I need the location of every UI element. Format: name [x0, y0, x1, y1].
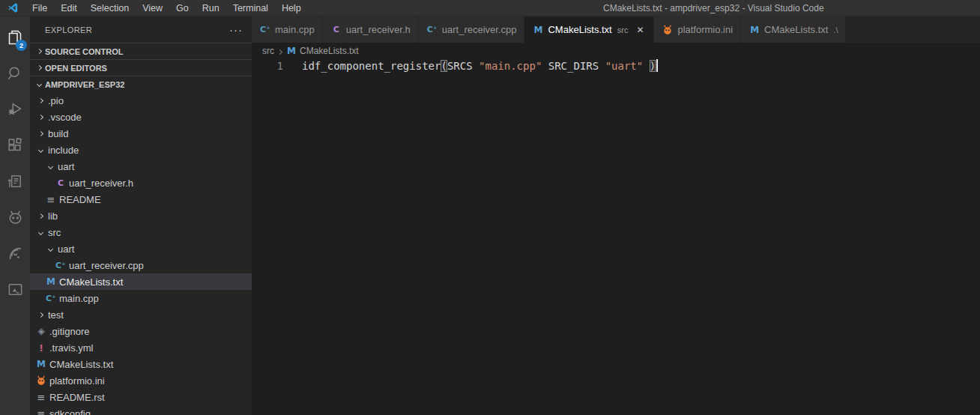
- menu-go[interactable]: Go: [169, 0, 196, 16]
- tab-platformio-ini[interactable]: platformio.ini: [654, 16, 741, 43]
- window-title: CMakeLists.txt - ampdriver_esp32 - Visua…: [603, 0, 824, 16]
- activity-espressif[interactable]: [0, 235, 30, 271]
- activity-run-debug[interactable]: [0, 91, 30, 127]
- code-editor[interactable]: 1 idf_component_register(SRCS "main.cpp"…: [252, 59, 980, 415]
- tree-item-uart[interactable]: uart: [30, 158, 252, 175]
- menu-edit[interactable]: Edit: [54, 0, 84, 16]
- twisty: [33, 49, 45, 53]
- cmake-file-icon: M: [285, 46, 297, 56]
- breadcrumb-segment-cmakelists-txt[interactable]: MCMakeLists.txt: [285, 46, 359, 56]
- section-open-editors[interactable]: OPEN EDITORS: [30, 59, 252, 76]
- section-label: OPEN EDITORS: [45, 64, 107, 73]
- activity-serial-monitor[interactable]: [0, 271, 30, 307]
- section-source-control[interactable]: SOURCE CONTROL: [30, 43, 252, 59]
- activity-platformio[interactable]: [0, 199, 30, 235]
- tree-item-label: lib: [48, 210, 58, 222]
- folder-twisty: [44, 247, 56, 251]
- chevron-down-icon: [37, 147, 43, 152]
- tree-item-label: sdkconfig: [49, 408, 91, 415]
- ellipsis-icon[interactable]: ···: [229, 26, 243, 34]
- tree-item-travis-yml[interactable]: !.travis.yml: [30, 339, 252, 356]
- activity-explorer[interactable]: 2: [0, 19, 30, 55]
- tree-item-pio[interactable]: .pio: [30, 92, 252, 109]
- code-token: (: [441, 60, 447, 72]
- explorer-header: EXPLORER ···: [30, 16, 252, 43]
- breadcrumb-label: CMakeLists.txt: [300, 46, 359, 56]
- tree-item-main-cpp[interactable]: C⁺main.cpp: [30, 290, 252, 306]
- cmake-file-icon: M: [34, 359, 48, 369]
- tree-item-build[interactable]: build: [30, 125, 252, 142]
- tab-main-cpp[interactable]: C⁺main.cpp: [252, 16, 323, 43]
- platformio-file-icon: [34, 375, 48, 386]
- code-token: "uart": [605, 60, 644, 72]
- menu-selection[interactable]: Selection: [84, 0, 136, 16]
- tree-item-uart-receiver-h[interactable]: Cuart_receiver.h: [30, 175, 252, 191]
- tab-label: CMakeLists.txt: [764, 24, 828, 35]
- tree-item-label: test: [48, 309, 64, 321]
- tree-item-platformio-ini[interactable]: platformio.ini: [30, 372, 252, 389]
- tree-item-label: .vscode: [48, 112, 82, 123]
- tab-cmakelists-txt-src[interactable]: MCMakeLists.txtsrc✕: [524, 16, 654, 43]
- line-number-gutter: 1: [252, 59, 283, 415]
- tree-item-readme[interactable]: ≡README: [30, 191, 252, 208]
- chevron-right-icon: [277, 49, 282, 55]
- activity-extensions[interactable]: [0, 127, 30, 163]
- debug-icon: [7, 101, 23, 118]
- tab-cmakelists-txt-[interactable]: MCMakeLists.txt.\: [741, 16, 846, 43]
- tab-uart-receiver-h[interactable]: Cuart_receiver.h: [323, 16, 419, 43]
- cpp-file-icon: C⁺: [44, 294, 58, 303]
- activity-references[interactable]: [0, 163, 30, 199]
- tree-item-include[interactable]: include: [30, 142, 252, 158]
- references-icon: [7, 173, 24, 190]
- menu-help[interactable]: Help: [275, 0, 308, 16]
- tree-item-label: uart: [58, 243, 74, 255]
- tree-item-uart-receiver-cpp[interactable]: C⁺uart_receiver.cpp: [30, 257, 252, 273]
- tree-item-uart[interactable]: uart: [30, 240, 252, 257]
- tree-item-gitignore[interactable]: ◈.gitignore: [30, 323, 252, 339]
- cmake-file-icon: M: [44, 276, 58, 287]
- activity-search[interactable]: [0, 55, 30, 91]
- tree-item-readme-rst[interactable]: ≡README.rst: [30, 389, 252, 405]
- breadcrumb-label: src: [262, 46, 274, 56]
- explorer-sidebar: EXPLORER ··· SOURCE CONTROLOPEN EDITORSA…: [30, 16, 252, 415]
- c-header-file-icon: C: [54, 178, 67, 188]
- vscode-window: FileEditSelectionViewGoRunTerminalHelp C…: [0, 0, 980, 415]
- espressif-icon: [7, 245, 24, 262]
- folder-twisty: [34, 148, 46, 152]
- vscode-logo-icon[interactable]: [0, 2, 25, 13]
- tree-item-test[interactable]: test: [30, 306, 252, 323]
- section-ampdriver-esp32[interactable]: AMPDRIVER_ESP32: [30, 76, 252, 92]
- breadcrumb-segment-src[interactable]: src: [262, 46, 274, 56]
- section-label: AMPDRIVER_ESP32: [45, 80, 124, 89]
- cpp-file-icon: C⁺: [426, 25, 438, 34]
- editor-group: C⁺main.cppCuart_receiver.hC⁺uart_receive…: [252, 16, 980, 415]
- platformio-alien-icon: [7, 209, 24, 226]
- menu-view[interactable]: View: [136, 0, 169, 16]
- title-bar: FileEditSelectionViewGoRunTerminalHelp C…: [0, 0, 980, 16]
- cmake-file-icon: M: [748, 25, 760, 35]
- tree-item-vscode[interactable]: .vscode: [30, 109, 252, 125]
- menu-bar: FileEditSelectionViewGoRunTerminalHelp: [25, 0, 308, 16]
- list-file-icon: ≡: [44, 194, 58, 205]
- tab-label: platformio.ini: [677, 24, 733, 35]
- tree-item-src[interactable]: src: [30, 224, 252, 240]
- menu-file[interactable]: File: [25, 0, 54, 16]
- folder-twisty: [34, 214, 46, 218]
- tree-item-label: README: [59, 194, 101, 205]
- cpp-file-icon: C⁺: [54, 261, 67, 270]
- code-token: "main.cpp": [479, 60, 542, 72]
- tab-description: src: [617, 25, 629, 34]
- tree-item-sdkconfig[interactable]: ≡sdkconfig: [30, 405, 252, 415]
- menu-run[interactable]: Run: [196, 0, 226, 16]
- tree-item-label: CMakeLists.txt: [59, 276, 123, 288]
- tree-item-lib[interactable]: lib: [30, 208, 252, 224]
- tree-item-label: platformio.ini: [49, 375, 105, 387]
- tree-item-label: .travis.yml: [49, 342, 94, 354]
- menu-terminal[interactable]: Terminal: [226, 0, 275, 16]
- tree-item-label: CMakeLists.txt: [49, 359, 113, 370]
- tree-item-cmakelists-txt[interactable]: MCMakeLists.txt: [30, 273, 252, 290]
- tab-uart-receiver-cpp[interactable]: C⁺uart_receiver.cpp: [419, 16, 525, 43]
- tree-item-label: uart_receiver.cpp: [69, 260, 144, 271]
- close-icon[interactable]: ✕: [634, 25, 646, 35]
- tree-item-cmakelists-txt[interactable]: MCMakeLists.txt: [30, 356, 252, 372]
